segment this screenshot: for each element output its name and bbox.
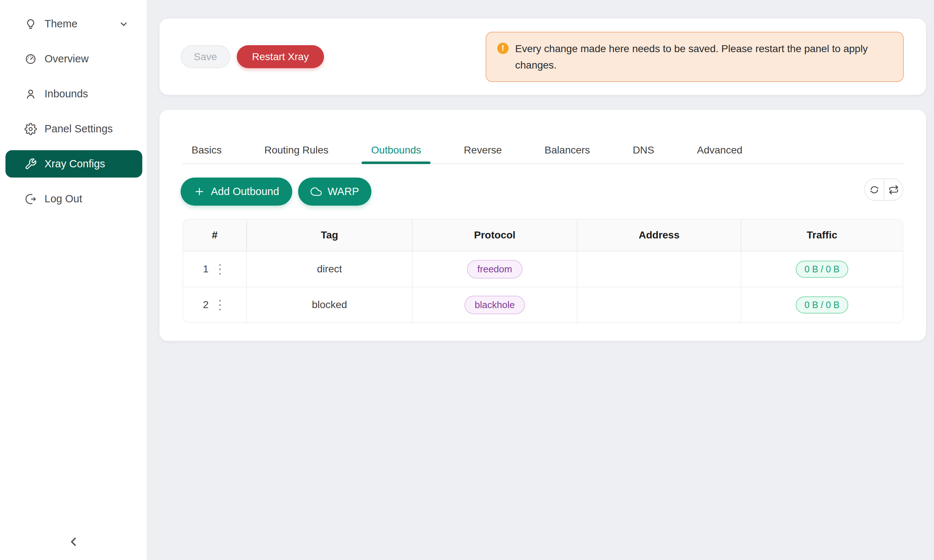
sidebar-item-label: Inbounds [45, 88, 88, 100]
repeat-button[interactable] [884, 179, 903, 200]
config-tabs: Basics Routing Rules Outbounds Reverse B… [182, 110, 903, 164]
sidebar-item-theme[interactable]: Theme [5, 10, 142, 38]
row-menu-icon[interactable]: ⋮ [213, 298, 227, 311]
sidebar-item-inbounds[interactable]: Inbounds [5, 80, 142, 108]
warp-button[interactable]: WARP [298, 178, 371, 206]
sidebar-item-overview[interactable]: Overview [5, 45, 142, 72]
tab-routing-rules[interactable]: Routing Rules [255, 144, 338, 163]
tab-dns[interactable]: DNS [623, 144, 664, 163]
protocol-badge: freedom [467, 260, 522, 278]
row-address [578, 287, 741, 322]
wrench-icon [25, 158, 37, 170]
main-content: Save Restart Xray ! Every change made he… [146, 0, 934, 341]
row-menu-icon[interactable]: ⋮ [213, 263, 227, 275]
table-row: 2 ⋮ blocked blackhole 0 B / 0 B [183, 287, 903, 322]
lightbulb-icon [25, 18, 37, 30]
column-header-tag: Tag [247, 220, 413, 252]
warning-message: Every change made here needs to be saved… [515, 40, 884, 73]
column-header-protocol: Protocol [413, 220, 578, 252]
toolbar-card: Save Restart Xray ! Every change made he… [159, 18, 926, 95]
sidebar-item-label: Panel Settings [45, 123, 113, 135]
gauge-icon [25, 53, 37, 65]
sidebar-item-label: Overview [45, 53, 89, 65]
warp-label: WARP [328, 186, 359, 198]
sidebar-item-label: Xray Configs [45, 158, 105, 170]
chevron-down-icon [118, 18, 129, 29]
refresh-button-group [864, 178, 903, 201]
row-tag: blocked [247, 287, 413, 322]
gear-icon [25, 123, 37, 135]
sync-button[interactable] [865, 179, 884, 200]
add-outbound-label: Add Outbound [211, 186, 279, 198]
sidebar-item-label: Theme [45, 18, 77, 30]
tab-outbounds[interactable]: Outbounds [362, 144, 430, 163]
protocol-badge: blackhole [464, 296, 525, 314]
sidebar-item-log-out[interactable]: Log Out [5, 185, 142, 212]
restart-warning-alert: ! Every change made here needs to be sav… [485, 32, 904, 82]
traffic-badge: 0 B / 0 B [796, 261, 848, 278]
sidebar-item-xray-configs[interactable]: Xray Configs [5, 150, 142, 178]
user-icon [25, 88, 37, 100]
plus-icon [194, 186, 205, 197]
row-address [578, 252, 741, 287]
outbounds-actions-row: Add Outbound WARP [180, 178, 903, 206]
chevron-left-icon [67, 535, 81, 549]
table-row: 1 ⋮ direct freedom 0 B / 0 B [183, 252, 903, 287]
column-header-index: # [183, 220, 247, 252]
save-button[interactable]: Save [180, 45, 230, 68]
tab-balancers[interactable]: Balancers [535, 144, 600, 163]
sidebar-item-label: Log Out [45, 193, 82, 205]
row-tag: direct [247, 252, 413, 287]
tab-reverse[interactable]: Reverse [454, 144, 511, 163]
sidebar-collapse-button[interactable] [66, 534, 82, 550]
repeat-icon [888, 185, 899, 195]
cloud-icon [310, 186, 322, 197]
sidebar-item-panel-settings[interactable]: Panel Settings [5, 115, 142, 143]
row-index: 2 [203, 299, 209, 311]
column-header-address: Address [578, 220, 741, 252]
sidebar: Theme Overview [0, 0, 146, 560]
add-outbound-button[interactable]: Add Outbound [180, 178, 292, 206]
row-index: 1 [203, 263, 209, 275]
logout-icon [25, 193, 37, 205]
table-header-row: # Tag Protocol Address Traffic [183, 220, 903, 252]
outbounds-table: # Tag Protocol Address Traffic 1 ⋮ [182, 219, 903, 323]
traffic-badge: 0 B / 0 B [796, 296, 848, 314]
tab-advanced[interactable]: Advanced [687, 144, 752, 163]
tab-basics[interactable]: Basics [182, 144, 231, 163]
column-header-traffic: Traffic [741, 220, 903, 252]
restart-xray-button[interactable]: Restart Xray [237, 45, 324, 68]
xray-config-card: Basics Routing Rules Outbounds Reverse B… [159, 110, 926, 341]
warning-icon: ! [497, 43, 509, 54]
sync-icon [869, 185, 880, 195]
